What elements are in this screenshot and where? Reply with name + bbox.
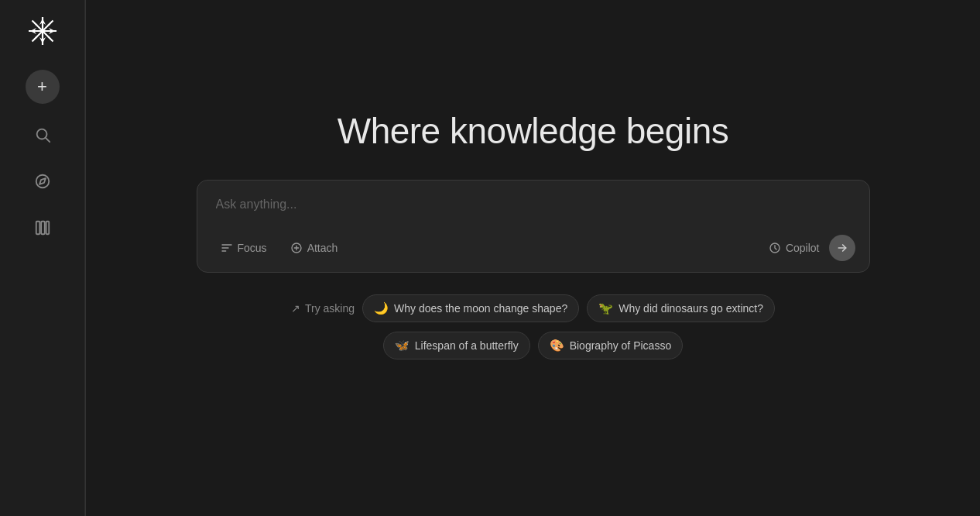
focus-icon <box>221 242 233 254</box>
search-input-area[interactable] <box>197 181 869 227</box>
try-asking-icon: ↗ <box>291 302 300 315</box>
main-content: Where knowledge begins Focus <box>86 0 980 516</box>
sidebar: + <box>0 0 85 516</box>
svg-rect-16 <box>36 222 39 235</box>
app-logo <box>26 14 60 48</box>
copilot-button[interactable]: Copilot <box>769 242 820 254</box>
search-input[interactable] <box>216 198 851 212</box>
svg-rect-18 <box>46 222 49 235</box>
attach-icon <box>290 242 303 254</box>
search-box: Focus Attach Copilot <box>197 180 870 273</box>
copilot-icon <box>769 242 781 254</box>
chip-2-text: Why did dinosaurs go extinct? <box>618 302 763 315</box>
toolbar-right: Copilot <box>769 235 855 261</box>
new-thread-button[interactable]: + <box>26 70 60 104</box>
chip-1-emoji: 🌙 <box>374 301 389 315</box>
attach-button[interactable]: Attach <box>281 237 348 259</box>
search-toolbar: Focus Attach Copilot <box>197 227 869 272</box>
suggestions-row-2: 🦋 Lifespan of a butterfly 🎨 Biography of… <box>383 332 683 359</box>
sidebar-item-library[interactable] <box>27 212 58 243</box>
try-asking-label: ↗ Try asking <box>291 302 355 315</box>
svg-line-13 <box>46 138 50 142</box>
chip-2-emoji: 🦖 <box>598 301 613 315</box>
attach-label: Attach <box>307 242 338 254</box>
chip-3-text: Lifespan of a butterfly <box>415 339 519 352</box>
svg-point-14 <box>36 175 49 188</box>
arrow-right-icon <box>836 242 848 254</box>
chip-4-text: Biography of Picasso <box>570 339 672 352</box>
submit-button[interactable] <box>829 235 855 261</box>
svg-rect-17 <box>41 222 45 235</box>
sidebar-item-discover[interactable] <box>27 166 58 197</box>
chip-1-text: Why does the moon change shape? <box>394 302 567 315</box>
suggestion-chip-2[interactable]: 🦖 Why did dinosaurs go extinct? <box>587 294 775 322</box>
suggestion-chip-3[interactable]: 🦋 Lifespan of a butterfly <box>383 332 530 359</box>
toolbar-left: Focus Attach <box>211 237 348 259</box>
suggestions-row-1: ↗ Try asking 🌙 Why does the moon change … <box>291 294 775 322</box>
chip-3-emoji: 🦋 <box>395 339 409 353</box>
chip-4-emoji: 🎨 <box>550 339 564 353</box>
focus-label: Focus <box>238 242 267 254</box>
focus-button[interactable]: Focus <box>211 237 276 259</box>
sidebar-item-search[interactable] <box>27 119 58 150</box>
svg-marker-15 <box>39 178 46 184</box>
suggestion-chip-4[interactable]: 🎨 Biography of Picasso <box>538 332 684 359</box>
suggestions-area: ↗ Try asking 🌙 Why does the moon change … <box>291 294 775 359</box>
page-title: Where knowledge begins <box>338 110 729 152</box>
suggestion-chip-1[interactable]: 🌙 Why does the moon change shape? <box>362 294 579 322</box>
copilot-label: Copilot <box>786 242 820 254</box>
